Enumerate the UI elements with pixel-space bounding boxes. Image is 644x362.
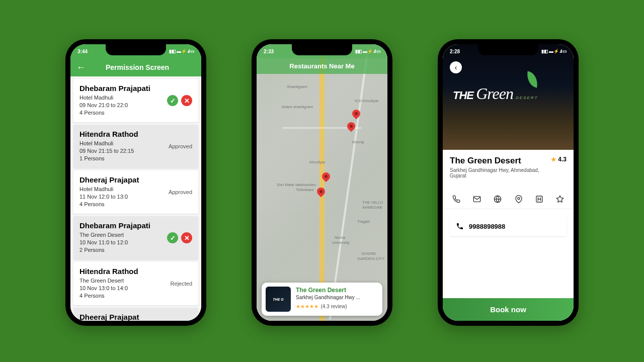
- page-title: Restaurants Near Me: [257, 58, 387, 74]
- globe-icon[interactable]: [493, 195, 502, 204]
- hero-image: ‹ THE Green DESERT: [443, 44, 574, 150]
- map-pin[interactable]: [322, 172, 330, 184]
- map-label: ICD Khodiyar: [355, 99, 379, 103]
- popup-review-count: (4.3 review): [320, 304, 347, 309]
- approve-button[interactable]: ✓: [167, 232, 178, 243]
- person-count: 4 Persons: [79, 293, 192, 299]
- phone-number-card[interactable]: 9988898988: [450, 216, 567, 236]
- phone-icon: [456, 222, 464, 230]
- popup-address: Sarkhej Gandhinagar Hwy ...: [296, 295, 360, 300]
- permission-card[interactable]: Dhebaram PrajapatiHotel Madhuli09 Nov 21…: [73, 79, 198, 122]
- status-icons: ▮ ◧ ▬ ⚡ .ıl ▭: [169, 49, 194, 54]
- restaurant-thumbnail: [266, 287, 291, 312]
- reject-button[interactable]: ✕: [181, 232, 192, 243]
- map-label: Adani shantigram: [282, 105, 313, 109]
- phone-icon[interactable]: [452, 195, 461, 204]
- status-time: 2:33: [264, 49, 274, 54]
- status-label: Approved: [169, 143, 192, 149]
- person-count: 4 Persons: [79, 201, 192, 207]
- back-button[interactable]: ‹: [450, 61, 462, 73]
- svg-point-2: [518, 198, 520, 200]
- guest-name: Hitendra Rathod: [79, 130, 192, 138]
- phone-permission-screen: 3:44 ▮ ◧ ▬ ⚡ .ıl ▭ ← Permission Screen D…: [65, 39, 206, 326]
- permission-list[interactable]: Dhebaram PrajapatiHotel Madhuli09 Nov 21…: [70, 76, 201, 321]
- map-label: GODRE: [361, 251, 376, 256]
- map-label: Nirma: [335, 235, 345, 240]
- map-label: Tirthdham: [296, 188, 314, 192]
- menu-icon[interactable]: [535, 195, 544, 204]
- phone-map-screen: ShantigramAdani shantigramICD KhodiyarKh…: [252, 39, 392, 326]
- map-pin[interactable]: [352, 110, 360, 121]
- guest-name: Dheeraj Prajapat: [79, 175, 192, 184]
- map-view[interactable]: ShantigramAdani shantigramICD KhodiyarKh…: [257, 44, 387, 321]
- status-time: 3:44: [77, 49, 88, 54]
- svg-marker-4: [556, 196, 563, 202]
- status-label: Rejected: [171, 281, 192, 287]
- map-pin[interactable]: [347, 122, 355, 133]
- popup-title: The Green Desert: [296, 287, 360, 294]
- guest-name: Hitendra Rathod: [79, 267, 192, 276]
- map-label: AHMEDAB: [362, 205, 382, 210]
- header-bar: ← Permission Screen: [70, 58, 201, 76]
- book-now-button[interactable]: Book now: [443, 298, 574, 321]
- star-icons: ★★★★★: [296, 304, 318, 309]
- permission-card[interactable]: Hitendra RathodHotel Madhuli09 Nov 21:15…: [73, 125, 198, 168]
- map-label: Khodiyar: [309, 160, 326, 164]
- reject-button[interactable]: ✕: [181, 95, 192, 106]
- person-count: 1 Persons: [79, 155, 192, 161]
- location-icon[interactable]: [514, 195, 523, 204]
- map-label: GARDEN CITY: [357, 256, 385, 261]
- person-count: 2 Persons: [79, 247, 192, 253]
- status-time: 2:28: [450, 49, 460, 54]
- person-count: 4 Persons: [79, 110, 192, 116]
- map-pin[interactable]: [317, 188, 325, 199]
- map-label: Shantigram: [287, 84, 307, 89]
- map-label: Shri Mata Vaishnodev: [277, 183, 316, 187]
- restaurant-popup[interactable]: The Green Desert Sarkhej Gandhinagar Hwy…: [262, 283, 382, 316]
- status-icons: ▮ ◧ ▬ ⚡ .ıl ▭: [541, 49, 567, 54]
- map-label: Tragad: [357, 219, 370, 224]
- restaurant-name: The Green Desert: [450, 156, 521, 166]
- guest-name: Dhebaram Prajapati: [79, 84, 192, 93]
- permission-card[interactable]: Dheeraj PrajapatHotel Madhuli11 Nov 12:0…: [73, 170, 198, 214]
- map-label: University: [332, 240, 350, 245]
- guest-name: Dheeraj Prajapat: [79, 313, 192, 321]
- email-icon[interactable]: [472, 195, 481, 204]
- star-icon: ★: [551, 156, 556, 163]
- page-title: Permission Screen: [90, 63, 185, 71]
- logo-text: THE Green DESERT: [453, 84, 538, 103]
- phone-number: 9988898988: [469, 223, 505, 230]
- back-arrow-icon[interactable]: ←: [76, 62, 86, 73]
- guest-name: Dhebaram Prajapati: [79, 221, 192, 230]
- star-outline-icon[interactable]: [555, 195, 565, 204]
- map-label: Khoraj: [352, 140, 364, 144]
- approve-button[interactable]: ✓: [167, 95, 178, 106]
- permission-card[interactable]: Dhebaram PrajapatiThe Green Desert10 Nov…: [73, 216, 198, 259]
- status-label: Approved: [169, 189, 192, 195]
- permission-card[interactable]: Hitendra RathodThe Green Desert10 Nov 13…: [73, 262, 198, 305]
- status-icons: ▮ ◧ ▬ ⚡ .ıl ▭: [355, 49, 380, 54]
- permission-card[interactable]: Dheeraj PrajapatThe Green Desert: [73, 308, 198, 321]
- action-icon-row: [443, 190, 574, 209]
- rating-badge: ★ 4.3: [551, 156, 567, 163]
- map-label: THE HILLO: [362, 200, 383, 205]
- restaurant-address: Sarkhej Gandhinagar Hwy, Ahmedabad, Guja…: [450, 167, 540, 178]
- phone-detail-screen: 2:28 ▮ ◧ ▬ ⚡ .ıl ▭ ‹ THE Green DESERT Th…: [438, 39, 579, 326]
